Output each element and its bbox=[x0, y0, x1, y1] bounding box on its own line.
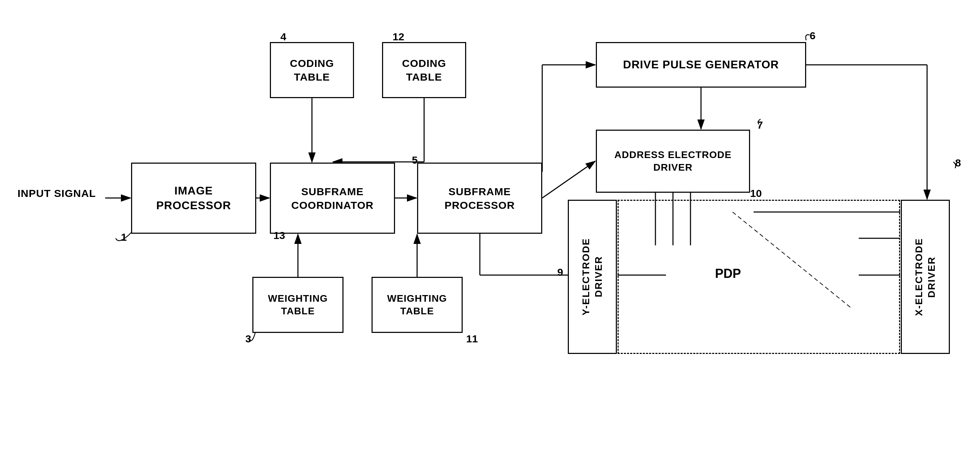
num-label-13: 13 bbox=[274, 229, 285, 242]
weighting-table-2-block: WEIGHTING TABLE bbox=[372, 277, 463, 333]
subframe-coordinator-block: SUBFRAME COORDINATOR bbox=[270, 162, 395, 234]
weighting-table-1-block: WEIGHTING TABLE bbox=[252, 277, 344, 333]
num-label-4: 4 bbox=[280, 31, 286, 43]
num-label-8: 8 bbox=[955, 157, 961, 169]
coding-table-2-block: CODING TABLE bbox=[382, 42, 466, 98]
num-label-1: 1 bbox=[121, 231, 127, 243]
pdp-box bbox=[617, 200, 900, 354]
num-label-9: 9 bbox=[557, 266, 563, 278]
num-label-7: 7 bbox=[757, 119, 763, 131]
image-processor-block: IMAGE PROCESSOR bbox=[131, 162, 256, 234]
drive-pulse-generator-block: DRIVE PULSE GENERATOR bbox=[596, 42, 806, 87]
num-label-5: 5 bbox=[412, 154, 418, 166]
num-label-3: 3 bbox=[245, 333, 251, 345]
pdp-label: PDP bbox=[715, 266, 741, 281]
diagram-container: IMAGE PROCESSOR SUBFRAME COORDINATOR SUB… bbox=[0, 0, 980, 458]
num-label-11: 11 bbox=[466, 333, 478, 345]
num-label-10: 10 bbox=[750, 188, 762, 199]
coding-table-1-block: CODING TABLE bbox=[270, 42, 354, 98]
address-electrode-driver-block: ADDRESS ELECTRODE DRIVER bbox=[596, 130, 750, 193]
num-label-6: 6 bbox=[810, 30, 816, 42]
subframe-processor-block: SUBFRAME PROCESSOR bbox=[417, 162, 542, 234]
num-label-12: 12 bbox=[393, 31, 404, 43]
svg-line-5 bbox=[542, 161, 595, 198]
y-electrode-driver-block: Y-ELECTRODE DRIVER bbox=[568, 200, 617, 354]
input-signal-label: INPUT SIGNAL bbox=[18, 188, 96, 199]
x-electrode-driver-block: X-ELECTRODE DRIVER bbox=[901, 200, 950, 354]
